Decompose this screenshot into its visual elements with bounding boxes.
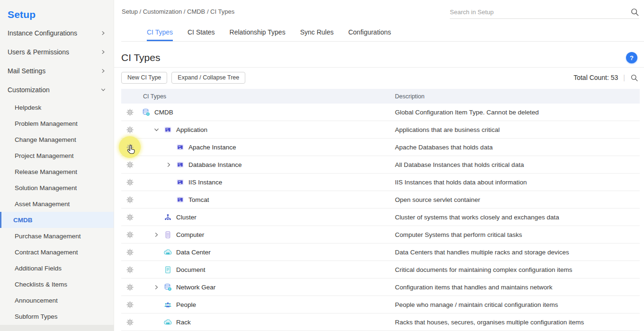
- table-row-apache-instance[interactable]: Apache Instance Apache Databases that ho…: [121, 139, 640, 156]
- sidebar-item-project-management[interactable]: Project Management: [0, 148, 114, 164]
- gear-cell: [121, 209, 138, 226]
- sidebar-item-subform-types[interactable]: Subform Types: [0, 308, 114, 324]
- ci-type-name: Network Gear: [176, 284, 215, 291]
- tabs: CI TypesCI StatesRelationship TypesSync …: [121, 23, 644, 42]
- tree-expand-toggle[interactable]: [153, 214, 164, 220]
- sidebar-item-asset-management[interactable]: Asset Management: [0, 196, 114, 212]
- gear-cell: [121, 226, 138, 244]
- gear-icon[interactable]: [126, 318, 134, 326]
- chevron-right-icon: [100, 30, 106, 36]
- tree-expand-toggle[interactable]: [153, 301, 164, 308]
- tab-relationship-types[interactable]: Relationship Types: [230, 23, 286, 41]
- sidebar-item-change-management[interactable]: Change Management: [0, 131, 114, 148]
- gear-cell: [121, 191, 138, 209]
- table-row-rack[interactable]: Rack Racks that houses, secures, organis…: [121, 314, 640, 331]
- gear-icon[interactable]: [126, 266, 134, 274]
- sidebar-item-users-permissions[interactable]: Users & Permissions: [0, 43, 114, 61]
- gear-icon[interactable]: [126, 301, 134, 309]
- description-cell: Computer Systems that perform critical t…: [395, 231, 640, 238]
- sidebar-item-mail-settings[interactable]: Mail Settings: [0, 61, 114, 80]
- tab-ci-types[interactable]: CI Types: [147, 23, 173, 41]
- sidebar-item-checklists-items[interactable]: Checklists & Items: [0, 276, 114, 292]
- sidebar-item-contract-management[interactable]: Contract Management: [0, 244, 114, 260]
- gear-cell: [121, 104, 138, 121]
- sidebar-sub-item-label: Project Management: [15, 152, 74, 159]
- gear-icon[interactable]: [126, 108, 134, 116]
- table-row-database-instance[interactable]: Database Instance All Database Instances…: [121, 156, 640, 174]
- tab-sync-rules[interactable]: Sync Rules: [300, 23, 334, 41]
- description-cell: Data Centers that handles multiple racks…: [395, 249, 640, 256]
- sidebar-item-instance-configurations[interactable]: Instance Configurations: [0, 24, 114, 43]
- tab-ci-states[interactable]: CI States: [188, 23, 215, 41]
- gear-icon[interactable]: [126, 178, 134, 186]
- tree-expand-toggle[interactable]: [166, 144, 176, 150]
- tab-configurations[interactable]: Configurations: [348, 23, 391, 41]
- server-icon: [164, 231, 172, 239]
- database-gear-icon: [142, 108, 150, 116]
- table-row-computer[interactable]: Computer Computer Systems that perform c…: [121, 226, 640, 244]
- cluster-icon: [164, 213, 172, 221]
- sidebar-item-solution-management[interactable]: Solution Management: [0, 180, 114, 196]
- page-title: CI Types: [121, 52, 626, 63]
- gear-icon[interactable]: [126, 231, 134, 239]
- application-icon: [176, 143, 184, 151]
- gear-icon[interactable]: [126, 213, 134, 221]
- tree-expand-toggle[interactable]: [166, 196, 176, 203]
- gear-icon[interactable]: [126, 248, 134, 256]
- sidebar-item-cmdb[interactable]: CMDB: [0, 212, 114, 228]
- gear-icon[interactable]: [126, 283, 134, 291]
- tree-expand-toggle[interactable]: [153, 319, 164, 325]
- sidebar-sub-item-label: Subform Types: [15, 313, 58, 320]
- table-row-document[interactable]: Document Critical documents for maintain…: [121, 261, 640, 279]
- new-ci-type-button[interactable]: New CI Type: [121, 72, 167, 84]
- sidebar-item-problem-management[interactable]: Problem Management: [0, 115, 114, 131]
- breadcrumb[interactable]: Setup / Customization / CMDB / CI Types: [122, 8, 450, 15]
- table-search-icon[interactable]: [630, 74, 638, 82]
- expand-collapse-tree-button[interactable]: Expand / Collapse Tree: [171, 72, 245, 84]
- tree-expand-toggle[interactable]: [153, 126, 164, 133]
- tree-expand-toggle[interactable]: [153, 266, 164, 273]
- tree-expand-toggle[interactable]: [166, 179, 176, 185]
- sidebar-item-additional-fields[interactable]: Additional Fields: [0, 260, 114, 276]
- search-icon[interactable]: [630, 8, 639, 17]
- sidebar-item-announcement[interactable]: Announcement: [0, 292, 114, 308]
- sidebar: Setup Instance Configurations Users & Pe…: [0, 0, 114, 331]
- sidebar-item-helpdesk[interactable]: Helpdesk: [0, 99, 114, 115]
- tree-expand-toggle[interactable]: [153, 231, 164, 238]
- tree-expand-toggle[interactable]: [153, 284, 164, 290]
- table-row-iis-instance[interactable]: IIS Instance IIS Instances that holds da…: [121, 174, 640, 191]
- chevron-right-icon: [100, 68, 106, 74]
- help-button[interactable]: ?: [626, 52, 637, 63]
- table-row-application[interactable]: Application Applications that are busine…: [121, 121, 640, 139]
- sidebar-item-label: Instance Configurations: [8, 29, 100, 37]
- sidebar-sub-item-label: Asset Management: [15, 200, 70, 208]
- table-row-cluster[interactable]: Cluster Cluster of systems that works cl…: [121, 209, 640, 226]
- table-row-data-center[interactable]: Data Center Data Centers that handles mu…: [121, 244, 640, 261]
- sidebar-item-release-management[interactable]: Release Management: [0, 164, 114, 180]
- tree-expand-toggle[interactable]: [166, 161, 176, 168]
- application-icon: [176, 196, 184, 204]
- search-input[interactable]: [450, 9, 630, 16]
- gear-icon[interactable]: [126, 196, 134, 204]
- sidebar-item-customization[interactable]: Customization: [0, 80, 114, 99]
- ci-type-name: Data Center: [176, 249, 211, 256]
- total-count-value: 53: [611, 74, 618, 81]
- table-row-cmdb[interactable]: CMDB Global Configuration Item Type. Can…: [121, 104, 640, 121]
- table-row-network-gear[interactable]: Network Gear Configuration items that ha…: [121, 279, 640, 296]
- tree-expand-toggle[interactable]: [153, 249, 164, 255]
- setup-page: Setup Instance Configurations Users & Pe…: [0, 0, 644, 331]
- gear-icon[interactable]: [126, 126, 134, 134]
- table-row-tomcat[interactable]: Tomcat Open source servlet container: [121, 191, 640, 209]
- ci-type-name: Computer: [176, 231, 204, 238]
- description-cell: Configuration items that handles and mai…: [395, 284, 640, 291]
- gear-cell: [121, 139, 138, 156]
- table-row-people[interactable]: People People who manage / maintain crit…: [121, 296, 640, 314]
- main-content: Setup / Customization / CMDB / CI Types …: [114, 0, 644, 331]
- ci-type-name: Database Instance: [188, 161, 242, 168]
- description-cell: Apache Databases that holds data: [395, 144, 640, 151]
- sidebar-item-purchase-management[interactable]: Purchase Management: [0, 228, 114, 244]
- ci-type-name: Rack: [176, 319, 191, 326]
- toolbar-right: Total Count: 53 |: [573, 74, 638, 82]
- gear-icon[interactable]: [126, 161, 134, 169]
- column-header-ci-types: CI Types: [121, 93, 395, 100]
